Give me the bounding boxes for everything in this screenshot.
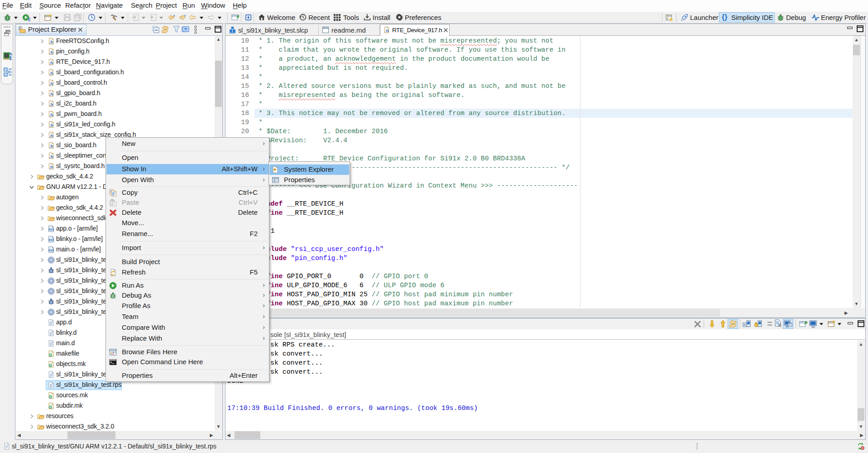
svg-text:si: si <box>185 28 187 31</box>
